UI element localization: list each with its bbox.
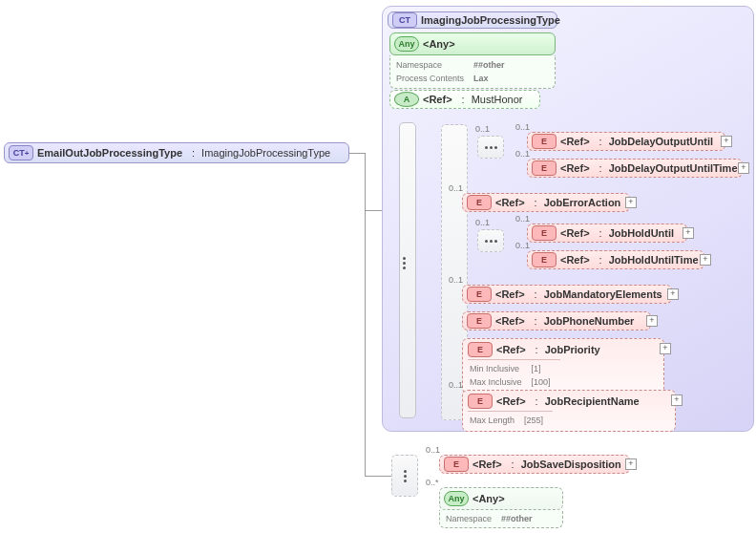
attribute-musthonor[interactable]: A <Ref> : MustHonor (389, 90, 540, 109)
dot-icon (403, 266, 406, 269)
connector (365, 476, 391, 477)
any-wildcard-ext[interactable]: Any <Any> Namespace##other (439, 487, 563, 528)
attr-name: MustHonor (472, 94, 523, 105)
element-jobphonenumber[interactable]: E <Ref> : JobPhoneNumber + (462, 311, 651, 330)
ct-badge-icon: CT (392, 12, 417, 28)
element-jobrecipientname[interactable]: E <Ref> : JobRecipientName Max Length[25… (462, 390, 676, 432)
occurrence: 0..1 (449, 275, 463, 285)
root-base-type: ImagingJobProcessingType (201, 147, 330, 159)
ref-label: <Ref> (560, 136, 590, 147)
expand-icon[interactable]: + (671, 394, 682, 406)
any-badge-icon: Any (444, 491, 469, 506)
expand-icon[interactable]: + (700, 254, 711, 266)
colon: : (186, 147, 198, 159)
expand-icon[interactable]: + (738, 162, 749, 174)
a-badge-icon: A (394, 92, 419, 107)
panel-title: ImagingJobProcessingType (421, 14, 560, 26)
dot-icon (403, 262, 406, 265)
any-meta: Namespace##other Process ContentsLax (394, 57, 514, 86)
element-jobpriority[interactable]: E <Ref> : JobPriority Min Inclusive[1] M… (462, 338, 664, 394)
element-name: JobErrorAction (544, 197, 621, 208)
element-name: JobSaveDisposition (521, 458, 621, 470)
element-name: JobMandatoryElements (544, 288, 662, 300)
occurrence: 0..1 (515, 122, 530, 132)
occurrence: 0..1 (515, 241, 530, 250)
e-badge-icon: E (532, 160, 556, 176)
occurrence: 0..1 (426, 445, 440, 455)
expand-icon[interactable]: + (660, 343, 671, 354)
any-label: <Any> (472, 493, 505, 504)
element-name: JobDelayOutputUntil (609, 136, 713, 147)
element-name: JobPriority (545, 344, 600, 355)
any-wildcard[interactable]: Any <Any> Namespace##other Process Conte… (389, 32, 556, 89)
sequence-compositor-ext[interactable] (391, 455, 418, 497)
e-badge-icon: E (532, 134, 556, 149)
element-jobholduntiltime[interactable]: E <Ref> : JobHoldUntilTime + (527, 250, 704, 269)
occurrence: 0..1 (475, 218, 490, 227)
element-jobsavedisposition[interactable]: E <Ref> : JobSaveDisposition + (439, 455, 630, 474)
element-joberroraction[interactable]: E <Ref> : JobErrorAction + (462, 193, 630, 212)
facet-meta: Min Inclusive[1] Max Inclusive[100] (468, 359, 560, 390)
expand-icon[interactable]: + (667, 288, 679, 300)
panel-complextype[interactable]: CT ImagingJobProcessingType (388, 11, 557, 29)
expand-icon[interactable]: + (625, 197, 637, 208)
expand-icon[interactable]: + (625, 458, 637, 470)
connector (349, 153, 365, 154)
e-badge-icon: E (467, 195, 492, 210)
occurrence: 0..1 (449, 183, 463, 193)
element-name: JobDelayOutputUntilTime (609, 162, 738, 174)
sequence-compositor[interactable] (477, 229, 504, 252)
root-complextype[interactable]: CT+ EmailOutJobProcessingType : ImagingJ… (4, 142, 349, 163)
colon: : (456, 94, 468, 105)
sequence-compositor[interactable] (477, 136, 504, 159)
dot-icon (403, 257, 406, 260)
element-name: JobRecipientName (545, 395, 640, 407)
expand-icon[interactable]: + (646, 315, 658, 327)
occurrence: 0..1 (515, 149, 530, 159)
element-jobholduntil[interactable]: E <Ref> : JobHoldUntil + (527, 224, 687, 243)
element-jobmandatoryelements[interactable]: E <Ref> : JobMandatoryElements + (462, 285, 672, 304)
occurrence: 0..1 (515, 214, 530, 224)
any-meta: Namespace##other (444, 511, 542, 526)
connector (365, 210, 366, 476)
any-label: <Any> (423, 38, 455, 50)
any-badge-icon: Any (394, 36, 419, 52)
element-name: JobPhoneNumber (544, 315, 635, 327)
occurrence: 0..* (426, 478, 439, 487)
root-type-name: EmailOutJobProcessingType (37, 147, 182, 159)
ref-label: <Ref> (423, 94, 452, 105)
element-jobdelayoutputuntil[interactable]: E <Ref> : JobDelayOutputUntil + (527, 132, 725, 151)
element-jobdelayoutputuntiltime[interactable]: E <Ref> : JobDelayOutputUntilTime + (527, 159, 743, 178)
occurrence: 0..1 (449, 380, 463, 390)
connector (365, 210, 382, 211)
diagram-canvas: CT+ EmailOutJobProcessingType : ImagingJ… (0, 0, 756, 533)
occurrence: 0..1 (475, 124, 490, 134)
connector (365, 153, 366, 210)
element-name: JobHoldUntil (609, 227, 674, 239)
facet-meta: Max Length[255] (468, 411, 553, 428)
sequence-compositor-main[interactable] (399, 122, 416, 418)
expand-icon[interactable]: + (682, 227, 694, 239)
ct-badge-icon: CT+ (9, 145, 33, 160)
expand-icon[interactable]: + (721, 136, 732, 147)
element-name: JobHoldUntilTime (609, 254, 699, 266)
